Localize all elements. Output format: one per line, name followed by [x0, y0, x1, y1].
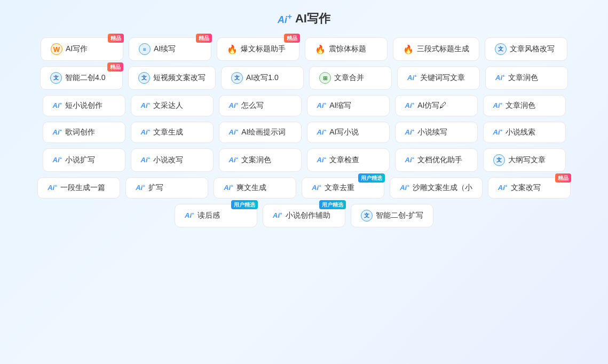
- tool-lyric[interactable]: Ai+歌词创作: [43, 122, 125, 143]
- tool-label: 歌词创作: [65, 128, 95, 137]
- tool-literary[interactable]: Ai+文采达人: [131, 95, 214, 116]
- badge: 精品: [108, 34, 124, 43]
- tool-label: 震惊体标题: [329, 44, 366, 54]
- tool-keyword-article[interactable]: Ai+关键词写文章: [397, 66, 480, 90]
- tool-label: 关键词写文章: [420, 73, 465, 83]
- tool-label: 文章润色: [508, 73, 538, 83]
- tool-novel-continue[interactable]: Ai+小说续写: [395, 122, 478, 143]
- grid-row-3: Ai+歌词创作Ai+文章生成Ai+AI绘画提示词Ai+AI写小说Ai+小说续写A…: [16, 122, 593, 143]
- tool-label: 大纲写文章: [508, 155, 546, 165]
- tool-article-dedup[interactable]: 用户精选Ai+文章去重: [302, 177, 384, 199]
- tool-label: 文案改写: [511, 183, 541, 193]
- tool-ai-rewrite[interactable]: 文AI改写1.0: [221, 66, 304, 90]
- tool-label: 爽文生成: [236, 183, 266, 193]
- tool-label: AI改写1.0: [246, 73, 279, 83]
- tool-label: AI写作: [66, 44, 88, 54]
- tool-article-polish2[interactable]: Ai+文章润色: [483, 95, 566, 116]
- tool-label: 小说创作辅助: [286, 211, 330, 220]
- tool-ai-novel-write[interactable]: Ai+AI写小说: [307, 122, 390, 143]
- tool-sand-copy[interactable]: Ai+沙雕文案生成（小: [390, 177, 483, 199]
- tool-label: AI缩写: [329, 101, 351, 110]
- tool-label: 怎么写: [241, 101, 264, 110]
- tool-ai-writing[interactable]: 精品WAI写作: [41, 37, 123, 61]
- tool-three-title[interactable]: 🔥三段式标题生成: [393, 37, 479, 61]
- tool-ai-imitate[interactable]: Ai+AI仿写🖊: [395, 95, 478, 116]
- tool-ai-draw-prompt[interactable]: Ai+AI绘画提示词: [219, 122, 302, 143]
- badge: 精品: [284, 34, 300, 43]
- tool-label: 扩写: [148, 183, 163, 193]
- tool-expand[interactable]: Ai+扩写: [125, 177, 208, 199]
- badge: 用户精选: [319, 200, 346, 209]
- tool-fun-gen[interactable]: Ai+爽文生成: [214, 177, 296, 199]
- tool-outline-write[interactable]: 文大纲写文章: [483, 148, 566, 172]
- tool-one-para[interactable]: Ai+一段生成一篇: [37, 177, 120, 199]
- tool-article-check[interactable]: Ai+文章检查: [307, 148, 390, 172]
- tool-label: 读后感: [198, 211, 220, 220]
- tool-explode-title[interactable]: 精品🔥爆文标题助手: [217, 37, 299, 61]
- tool-label: AI绘画提示词: [241, 128, 286, 137]
- badge: 用户精选: [231, 200, 258, 209]
- tool-shock-title[interactable]: 🔥震惊体标题: [305, 37, 388, 61]
- grid-row-4: Ai+小说扩写Ai+小说改写Ai+文案润色Ai+文章检查Ai+文档优化助手文大纲…: [16, 148, 593, 172]
- tools-grid: 精品WAI写作精品≡AI续写精品🔥爆文标题助手🔥震惊体标题🔥三段式标题生成文文章…: [16, 37, 593, 227]
- tool-label: 文章去重: [325, 183, 354, 193]
- tool-novel-expand[interactable]: Ai+小说扩写: [43, 148, 125, 172]
- tool-read-feel[interactable]: 用户精选Ai+读后感: [175, 204, 257, 227]
- tool-label: 沙雕文案生成（小: [413, 183, 472, 193]
- page-title: Ai+ AI写作: [278, 11, 330, 27]
- tool-article-style[interactable]: 文文章风格改写: [485, 37, 567, 61]
- tool-label: 文章合并: [334, 73, 364, 83]
- tool-article-gen[interactable]: Ai+文章生成: [131, 122, 214, 143]
- tool-how-write[interactable]: Ai+怎么写: [219, 95, 302, 116]
- tool-label: 文章润色: [506, 101, 535, 110]
- tool-article-merge[interactable]: ⊞文章合并: [309, 66, 392, 90]
- tool-label: 文档优化助手: [417, 155, 462, 165]
- badge: 精品: [196, 34, 212, 43]
- grid-row-1: 精品文智能二创4.0文短视频文案改写文AI改写1.0⊞文章合并Ai+关键词写文章…: [16, 66, 593, 90]
- tool-label: AI仿写🖊: [417, 101, 447, 110]
- tool-copy-polish[interactable]: Ai+文案润色: [219, 148, 302, 172]
- tool-label: 短小说创作: [65, 101, 102, 110]
- tool-label: 小说续写: [417, 128, 447, 137]
- tool-label: 小说扩写: [65, 155, 95, 165]
- tool-label: AI写小说: [329, 128, 359, 137]
- tool-novel-clue[interactable]: Ai+小说线索: [483, 122, 566, 143]
- tool-label: 文章风格改写: [510, 44, 555, 54]
- tool-novel-assist[interactable]: 用户精选Ai+小说创作辅助: [263, 204, 345, 227]
- tool-label: 文章生成: [153, 128, 183, 137]
- tool-short-video[interactable]: 文短视频文案改写: [128, 66, 216, 90]
- grid-row-6: 用户精选Ai+读后感用户精选Ai+小说创作辅助文智能二创-扩写: [16, 204, 593, 227]
- tool-label: 智能二创-扩写: [376, 211, 423, 220]
- tool-label: 小说改写: [153, 155, 183, 165]
- grid-row-0: 精品WAI写作精品≡AI续写精品🔥爆文标题助手🔥震惊体标题🔥三段式标题生成文文章…: [16, 37, 593, 61]
- tool-label: 智能二创4.0: [65, 73, 105, 83]
- tool-smart-create[interactable]: 精品文智能二创4.0: [40, 66, 123, 90]
- badge: 精品: [107, 62, 123, 72]
- tool-label: 文采达人: [153, 101, 183, 110]
- tool-copy-rewrite[interactable]: 精品Ai+文案改写: [488, 177, 571, 199]
- tool-smart-create2[interactable]: 文智能二创-扩写: [351, 204, 433, 227]
- grid-row-2: Ai+短小说创作Ai+文采达人Ai+怎么写Ai+AI缩写Ai+AI仿写🖊Ai+文…: [16, 95, 593, 116]
- tool-ai-continue[interactable]: 精品≡AI续写: [129, 37, 211, 61]
- tool-novel-rewrite[interactable]: Ai+小说改写: [131, 148, 214, 172]
- tool-ai-summary[interactable]: Ai+AI缩写: [307, 95, 390, 116]
- tool-label: 小说线索: [506, 128, 535, 137]
- tool-label: 爆文标题助手: [241, 44, 286, 54]
- tool-label: 一段生成一篇: [60, 183, 105, 193]
- grid-row-5: Ai+一段生成一篇Ai+扩写Ai+爽文生成用户精选Ai+文章去重Ai+沙雕文案生…: [16, 177, 593, 199]
- tool-label: 三段式标题生成: [417, 44, 469, 54]
- badge: 精品: [555, 173, 571, 183]
- tool-label: AI续写: [154, 44, 176, 54]
- tool-short-novel[interactable]: Ai+短小说创作: [43, 95, 125, 116]
- tool-label: 文章检查: [329, 155, 359, 165]
- tool-label: 短视频文案改写: [153, 73, 206, 83]
- badge: 用户精选: [358, 173, 385, 183]
- tool-label: 文案润色: [241, 155, 271, 165]
- tool-doc-optimize[interactable]: Ai+文档优化助手: [395, 148, 478, 172]
- tool-article-polish[interactable]: Ai+文章润色: [485, 66, 568, 90]
